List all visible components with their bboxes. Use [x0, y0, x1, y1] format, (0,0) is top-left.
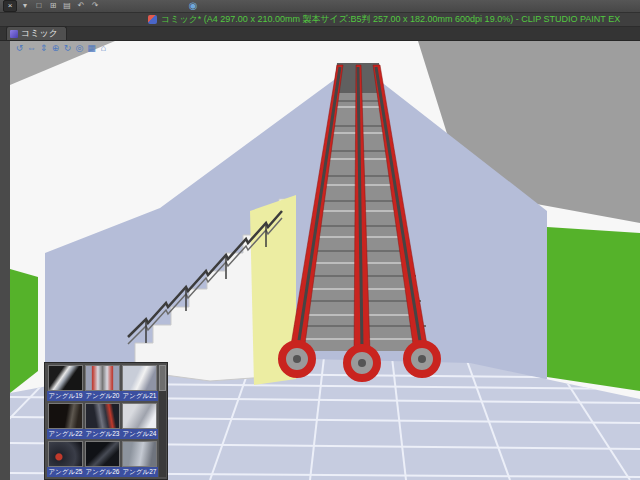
- collapse-icon[interactable]: ▾: [19, 1, 31, 11]
- angle-label: アングル22: [47, 429, 84, 439]
- angle-thumbnail[interactable]: [122, 441, 157, 467]
- angle-label: アングル20: [84, 391, 121, 401]
- 3d-manipulation-toolbar: ↺ ⇔ ⇕ ⊕ ↻ ◎ ▦ ⌂: [14, 43, 109, 54]
- tab-comic[interactable]: コミック: [6, 26, 67, 40]
- angle-label: アングル23: [84, 429, 121, 439]
- panel-scrollbar-thumb[interactable]: [159, 365, 166, 391]
- reset-view-icon[interactable]: ⌂: [98, 43, 109, 54]
- angle-item[interactable]: アングル25: [47, 441, 84, 479]
- angle-label: アングル27: [121, 467, 158, 477]
- angle-thumbnail[interactable]: [122, 365, 157, 391]
- angle-thumbnail[interactable]: [48, 403, 83, 429]
- angle-label: アングル19: [47, 391, 84, 401]
- camera-dolly-icon[interactable]: ⇕: [38, 43, 49, 54]
- close-icon[interactable]: ×: [3, 0, 17, 12]
- open-document-icon[interactable]: ⊞: [47, 1, 59, 11]
- document-tab-icon: [10, 30, 18, 38]
- angle-label: アングル24: [121, 429, 158, 439]
- angle-item[interactable]: アングル21: [121, 365, 158, 403]
- object-move-icon[interactable]: ◎: [74, 43, 85, 54]
- save-document-icon[interactable]: ▤: [61, 1, 73, 11]
- new-document-icon[interactable]: □: [33, 1, 45, 11]
- camera-zoom-icon[interactable]: ⊕: [50, 43, 61, 54]
- redo-icon[interactable]: ↷: [89, 1, 101, 11]
- tab-strip: コミック: [0, 27, 640, 41]
- document-title-bar: コミック* (A4 297.00 x 210.00mm 製本サイズ:B5判 25…: [0, 13, 640, 27]
- angle-item[interactable]: アングル27: [121, 441, 158, 479]
- angle-label: アングル21: [121, 391, 158, 401]
- angle-item[interactable]: アングル20: [84, 365, 121, 403]
- panel-scrollbar[interactable]: [159, 365, 166, 477]
- angle-grid: アングル19 アングル20 アングル21 アングル22 アングル23 アングル2…: [47, 365, 159, 479]
- angle-label: アングル25: [47, 467, 84, 477]
- angle-preset-panel: アングル19 アングル20 アングル21 アングル22 アングル23 アングル2…: [44, 362, 168, 480]
- angle-item[interactable]: アングル22: [47, 403, 84, 441]
- angle-thumbnail[interactable]: [48, 365, 83, 391]
- angle-thumbnail[interactable]: [48, 441, 83, 467]
- angle-thumbnail[interactable]: [85, 403, 120, 429]
- document-title: コミック* (A4 297.00 x 210.00mm 製本サイズ:B5判 25…: [161, 13, 620, 26]
- angle-thumbnail[interactable]: [85, 441, 120, 467]
- main-toolbar: × ▾ □ ⊞ ▤ ↶ ↷ ◉: [0, 0, 640, 13]
- escalator-newels: [282, 344, 437, 378]
- clip-studio-sphere-icon[interactable]: ◉: [187, 1, 199, 11]
- angle-item[interactable]: アングル19: [47, 365, 84, 403]
- wall-green-right: [547, 227, 640, 391]
- camera-rotate-icon[interactable]: ↺: [14, 43, 25, 54]
- camera-pan-icon[interactable]: ⇔: [26, 43, 37, 54]
- angle-label: アングル26: [84, 467, 121, 477]
- angle-thumbnail[interactable]: [85, 365, 120, 391]
- angle-item[interactable]: アングル26: [84, 441, 121, 479]
- angle-thumbnail[interactable]: [122, 403, 157, 429]
- tab-label: コミック: [21, 27, 58, 40]
- angle-item[interactable]: アングル23: [84, 403, 121, 441]
- object-rotate-icon[interactable]: ↻: [62, 43, 73, 54]
- angle-item[interactable]: アングル24: [121, 403, 158, 441]
- snap-grid-icon[interactable]: ▦: [86, 43, 97, 54]
- undo-icon[interactable]: ↶: [75, 1, 87, 11]
- app-icon: [148, 15, 157, 24]
